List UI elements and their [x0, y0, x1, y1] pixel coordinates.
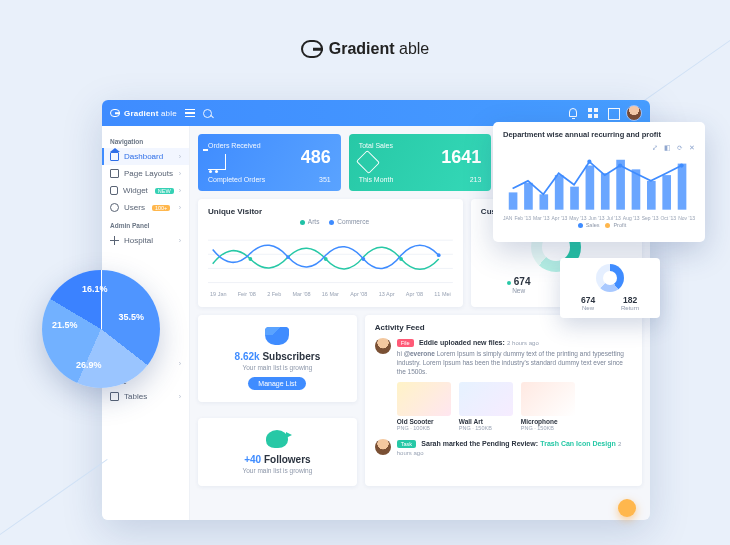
chevron-right-icon: › [179, 237, 181, 244]
stat-foot-value: 351 [319, 176, 331, 183]
stat-foot-value: 213 [470, 176, 482, 183]
pie-slice-label: 35.5% [118, 312, 144, 322]
svg-rect-15 [586, 166, 595, 210]
search-icon[interactable] [203, 109, 212, 118]
svg-point-5 [324, 257, 328, 261]
thumbnail [459, 382, 513, 416]
chevron-right-icon: › [179, 170, 181, 177]
svg-point-7 [286, 255, 290, 259]
card-subtitle: Your main list is growing [208, 467, 347, 474]
svg-rect-20 [662, 175, 671, 210]
sidebar-item-label: Dashboard [124, 152, 163, 161]
card-title: Department wise annual recurring and pro… [503, 130, 695, 139]
legend-item: Commerce [321, 218, 369, 225]
pie-slice-label: 16.1% [82, 284, 108, 294]
attachment[interactable]: MicrophonePNG · 150KB [521, 382, 575, 431]
metric-label: Return [621, 305, 639, 311]
feed-title: Eddie uploaded new files: [419, 339, 505, 346]
attachment-row: Old ScooterPNG · 100KB Wall ArtPNG · 150… [397, 382, 632, 431]
sidebar-item-tables[interactable]: Tables › [102, 388, 189, 405]
svg-rect-14 [570, 187, 579, 210]
attachment[interactable]: Wall ArtPNG · 150KB [459, 382, 513, 431]
department-chart-card: Department wise annual recurring and pro… [493, 122, 705, 242]
feed-link[interactable]: Trash Can Icon Design [540, 440, 615, 447]
svg-rect-19 [647, 181, 656, 210]
svg-rect-21 [678, 164, 687, 210]
feed-item: Task Sarah marked the Pending Review: Tr… [375, 439, 632, 457]
unique-visitor-card: Unique Visitor Arts Commerce 19 J [198, 199, 463, 307]
metric-label: New [512, 287, 525, 294]
stat-foot-label: This Month [359, 176, 394, 183]
stat-sales[interactable]: Total Sales 1641 This Month213 [349, 134, 492, 191]
thumbnail [521, 382, 575, 416]
users-icon [110, 203, 119, 212]
sidebar-item-users[interactable]: Users 100+ › [102, 199, 189, 216]
apps-icon[interactable] [586, 106, 600, 120]
svg-rect-11 [524, 183, 533, 210]
chevron-right-icon: › [179, 187, 181, 194]
pie-slice-label: 21.5% [52, 320, 78, 330]
customers-mini-card: 674New 182Return [560, 258, 660, 318]
followers-card: +40 Followers Your main list is growing [198, 418, 357, 486]
twitter-icon [266, 430, 288, 448]
chevron-right-icon: › [179, 204, 181, 211]
logo-icon [110, 109, 120, 117]
sidebar-item-label: Users [124, 203, 145, 212]
metric-value: 674 [581, 295, 595, 305]
metric-label: New [582, 305, 594, 311]
stat-title: Orders Received [208, 142, 331, 149]
svg-point-8 [362, 257, 366, 261]
nav-heading: Navigation [102, 132, 189, 148]
metric-value: 674 [507, 276, 531, 287]
avatar [375, 439, 391, 455]
page-brand: Gradient able [0, 40, 730, 58]
plus-icon [110, 236, 119, 245]
svg-point-6 [399, 257, 403, 261]
card-toolbar[interactable]: ⤢ ◧ ⟳ ✕ [652, 144, 697, 152]
feed-item: File Eddie uploaded new files: 2 hours a… [375, 338, 632, 431]
sidebar-item-widget[interactable]: Widget NEW › [102, 182, 189, 199]
chevron-right-icon: › [179, 393, 181, 400]
chart-legend: Arts Commerce [208, 218, 453, 225]
fab-button[interactable] [618, 499, 636, 517]
pie-chart: 35.5% 26.9% 21.5% 16.1% [42, 270, 160, 388]
menu-icon[interactable] [185, 109, 195, 117]
line-chart [208, 229, 453, 289]
envelope-icon [265, 327, 289, 345]
user-avatar[interactable] [626, 105, 642, 121]
chart-legend: SalesProfit [503, 222, 695, 228]
app-title: Gradient able [124, 109, 177, 118]
bell-icon[interactable] [566, 106, 580, 120]
feed-title: Sarah marked the Pending Review: [421, 440, 538, 447]
x-axis-labels: JANFeb '13Mar '13 Apr '13May '13Jun '13 … [503, 215, 695, 221]
stat-title: Total Sales [359, 142, 482, 149]
chevron-right-icon: › [179, 153, 181, 160]
stat-orders[interactable]: Orders Received 486 Completed Orders351 [198, 134, 341, 191]
sidebar-item-hospital[interactable]: Hospital › [102, 232, 189, 249]
svg-point-9 [437, 253, 441, 257]
activity-feed-card: Activity Feed File Eddie uploaded new fi… [365, 315, 642, 486]
attachment[interactable]: Old ScooterPNG · 100KB [397, 382, 451, 431]
widget-icon [110, 186, 118, 195]
card-title: Activity Feed [375, 323, 632, 332]
pie-slice-label: 26.9% [76, 360, 102, 370]
chevron-right-icon: › [179, 360, 181, 367]
subscribers-card: 8.62k Subscribers Your main list is grow… [198, 315, 357, 402]
sidebar-item-dashboard[interactable]: Dashboard › [102, 148, 189, 165]
tag-pill: File [397, 339, 414, 347]
manage-list-button[interactable]: Manage List [248, 377, 306, 390]
fullscreen-icon[interactable] [606, 106, 620, 120]
avatar [375, 338, 391, 354]
badge-new: NEW [155, 188, 174, 194]
sidebar-item-label: Page Layouts [124, 169, 173, 178]
card-title: 8.62k Subscribers [208, 351, 347, 362]
table-icon [110, 392, 119, 401]
card-title: Unique Visitor [208, 207, 453, 216]
card-subtitle: Your main list is growing [208, 364, 347, 371]
stat-value: 486 [208, 147, 331, 168]
sidebar-item-page-layouts[interactable]: Page Layouts › [102, 165, 189, 182]
tag-pill: Task [397, 440, 416, 448]
thumbnail [397, 382, 451, 416]
sidebar-item-label: Widget [123, 186, 148, 195]
metric-value: 182 [621, 295, 639, 305]
